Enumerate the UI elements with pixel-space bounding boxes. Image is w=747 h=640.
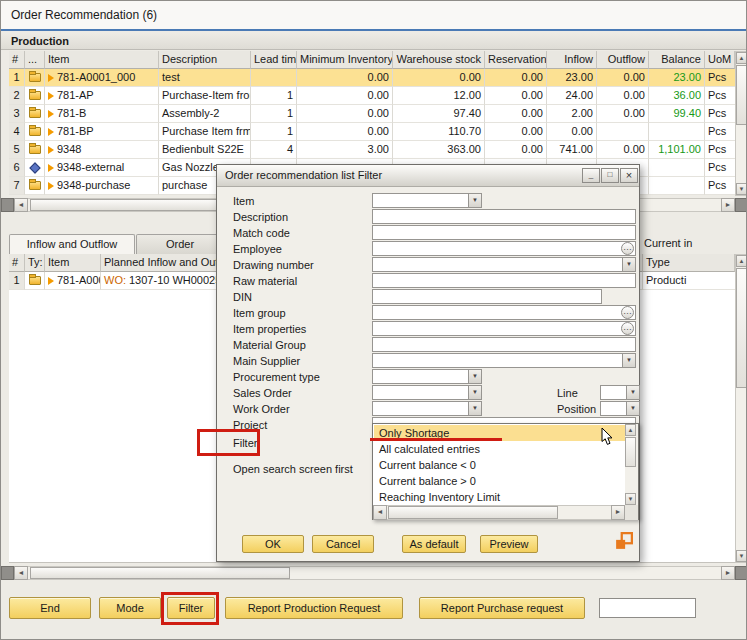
minimize-button[interactable] xyxy=(582,168,600,183)
window-titlebar[interactable]: Order Recommendation (6) xyxy=(1,1,747,31)
chevron-down-icon[interactable] xyxy=(468,370,481,383)
item-cell[interactable]: 781-BP xyxy=(45,123,159,141)
filter-button[interactable]: Filter xyxy=(167,597,215,619)
description-input[interactable] xyxy=(372,209,636,224)
item-code-link[interactable]: 9348-purchase xyxy=(57,177,130,194)
item-group-input[interactable] xyxy=(372,305,636,320)
dropdown-option-current-balance-lt-0[interactable]: Current balance < 0 xyxy=(374,457,625,473)
report-production-request-button[interactable]: Report Production Request xyxy=(225,597,403,619)
scrollbar-thumb[interactable] xyxy=(736,65,747,125)
item-code-link[interactable]: 781-BP xyxy=(57,123,94,140)
footer-input[interactable] xyxy=(599,598,696,618)
item-cell[interactable]: 9348-purchase xyxy=(45,177,159,195)
procurement-type-combo[interactable] xyxy=(372,369,482,384)
scroll-left-icon[interactable] xyxy=(373,505,387,520)
detail-vscrollbar[interactable] xyxy=(735,254,747,563)
dropdown-option-only-shortage[interactable]: Only Shortage xyxy=(374,425,625,441)
chevron-down-icon[interactable] xyxy=(622,354,635,367)
link-arrow-icon[interactable] xyxy=(48,164,54,172)
material-group-input[interactable] xyxy=(372,337,636,352)
scrollbar-track[interactable] xyxy=(387,505,611,520)
item-code-link[interactable]: 781-A0001_000 xyxy=(57,69,135,86)
table-row-4[interactable]: 4 781-BP Purchase Item frm 1 0.00 110.70… xyxy=(9,123,735,141)
work-order-combo[interactable] xyxy=(372,401,482,416)
scroll-right-icon[interactable] xyxy=(721,198,735,212)
scroll-right-icon[interactable] xyxy=(611,505,625,520)
ok-button[interactable]: OK xyxy=(242,535,304,553)
col-header-item[interactable]: Item xyxy=(45,254,101,272)
link-arrow-icon[interactable] xyxy=(48,182,54,190)
table-row-5[interactable]: 5 9348 Bedienbult S22E 4 3.00 363.00 0.0… xyxy=(9,141,735,159)
row-number[interactable]: 7 xyxy=(9,177,25,195)
link-arrow-icon[interactable] xyxy=(48,110,54,118)
col-header-num[interactable]: # xyxy=(9,51,25,69)
scroll-up-icon[interactable] xyxy=(736,52,747,64)
preview-button[interactable]: Preview xyxy=(480,535,538,553)
col-header-type-short[interactable]: Ty: xyxy=(25,254,45,272)
as-default-button[interactable]: As default xyxy=(402,535,466,553)
item-code-link[interactable]: 781-AP xyxy=(57,87,94,104)
drawing-number-combo[interactable] xyxy=(372,257,636,272)
col-header-inflow[interactable]: Inflow xyxy=(547,51,597,69)
scroll-right-icon[interactable] xyxy=(721,566,735,580)
scrollbar-track[interactable] xyxy=(28,566,721,580)
row-number[interactable]: 1 xyxy=(9,69,25,87)
item-properties-input[interactable] xyxy=(372,321,636,336)
scroll-down-icon[interactable] xyxy=(625,493,636,505)
line-combo[interactable] xyxy=(600,385,640,400)
selection-list-icon[interactable] xyxy=(621,322,634,335)
item-cell[interactable]: 9348-external xyxy=(45,159,159,177)
tab-inflow-and-outflow[interactable]: Inflow and Outflow xyxy=(9,234,135,254)
close-icon[interactable] xyxy=(620,168,638,183)
item-code-link[interactable]: 781-A0001 xyxy=(57,272,101,289)
main-supplier-combo[interactable] xyxy=(372,353,636,368)
scroll-down-icon[interactable] xyxy=(736,183,747,195)
col-header-warehouse-stock[interactable]: Warehouse stock xyxy=(393,51,485,69)
table-row-3[interactable]: 3 781-B Assembly-2 1 0.00 97.40 0.00 2.0… xyxy=(9,105,735,123)
dropdown-hscrollbar[interactable] xyxy=(373,505,625,520)
col-header-outflow[interactable]: Outflow xyxy=(597,51,649,69)
link-arrow-icon[interactable] xyxy=(48,277,54,285)
employee-input[interactable] xyxy=(372,241,636,256)
cancel-button[interactable]: Cancel xyxy=(312,535,374,553)
col-header-balance[interactable]: Balance xyxy=(649,51,705,69)
chevron-down-icon[interactable] xyxy=(622,258,635,271)
row-number[interactable]: 4 xyxy=(9,123,25,141)
main-table-vscrollbar[interactable] xyxy=(735,51,747,196)
link-arrow-icon[interactable] xyxy=(48,146,54,154)
splitter-handle[interactable] xyxy=(1,198,14,212)
chevron-down-icon[interactable] xyxy=(468,386,481,399)
item-combo[interactable] xyxy=(372,193,482,208)
chevron-down-icon[interactable] xyxy=(468,402,481,415)
scroll-left-icon[interactable] xyxy=(14,198,28,212)
item-code-link[interactable]: 9348 xyxy=(57,141,81,158)
item-code-link[interactable]: 9348-external xyxy=(57,159,124,176)
col-header-item[interactable]: Item xyxy=(45,51,159,69)
dropdown-option-all-calculated-entries[interactable]: All calculated entries xyxy=(374,441,625,457)
scroll-left-icon[interactable] xyxy=(14,566,28,580)
item-cell[interactable]: 781-B xyxy=(45,105,159,123)
item-cell[interactable]: 9348 xyxy=(45,141,159,159)
scrollbar-thumb[interactable] xyxy=(625,437,636,467)
end-button[interactable]: End xyxy=(9,597,91,619)
item-cell[interactable]: 781-A0001 xyxy=(45,272,101,290)
row-number[interactable]: 3 xyxy=(9,105,25,123)
dialog-titlebar[interactable]: Order recommendation list Filter xyxy=(217,165,639,187)
link-arrow-icon[interactable] xyxy=(48,74,54,82)
dropdown-option-current-balance-gt-0[interactable]: Current balance > 0 xyxy=(374,473,625,489)
raw-material-input[interactable] xyxy=(372,273,636,288)
scroll-up-icon[interactable] xyxy=(736,255,747,267)
din-input[interactable] xyxy=(372,289,602,304)
row-number[interactable]: 1 xyxy=(9,272,25,290)
chevron-down-icon[interactable] xyxy=(626,402,639,415)
match-code-input[interactable] xyxy=(372,225,636,240)
col-header-lead-time[interactable]: Lead time xyxy=(251,51,297,69)
position-combo[interactable] xyxy=(600,401,640,416)
scroll-down-icon[interactable] xyxy=(736,550,747,562)
dropdown-vscrollbar[interactable] xyxy=(625,424,638,505)
col-header-reservation[interactable]: Reservation xyxy=(485,51,547,69)
selection-list-icon[interactable] xyxy=(621,242,634,255)
maximize-button[interactable] xyxy=(601,168,619,183)
table-row-2[interactable]: 2 781-AP Purchase-Item from 1 0.00 12.00… xyxy=(9,87,735,105)
row-number[interactable]: 5 xyxy=(9,141,25,159)
